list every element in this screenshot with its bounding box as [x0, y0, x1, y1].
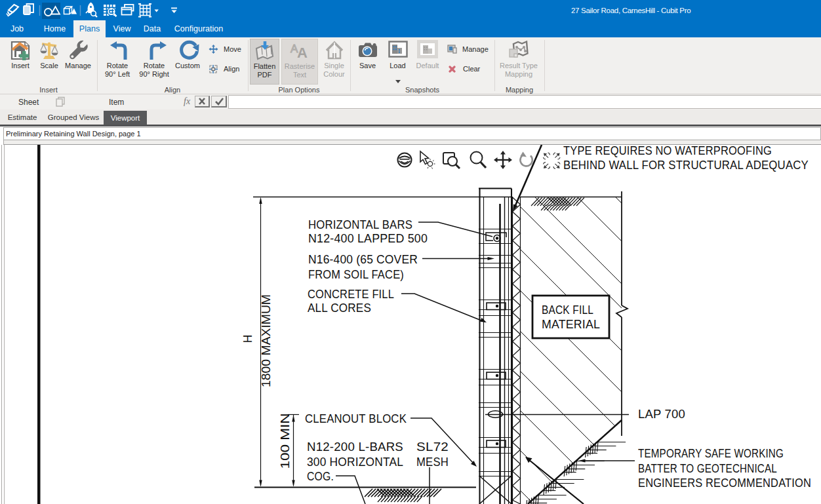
svg-text:1800 MAXIMUM: 1800 MAXIMUM [260, 294, 273, 387]
svg-text:N12-200 L-BARS: N12-200 L-BARS [307, 440, 403, 454]
svg-text:CONCRETE FILL: CONCRETE FILL [308, 288, 394, 301]
svg-text:ENGINEERS RECOMMENDATION: ENGINEERS RECOMMENDATION [638, 476, 811, 490]
svg-text:N16-400 (65 COVER: N16-400 (65 COVER [308, 253, 418, 266]
svg-text:COG.: COG. [307, 470, 334, 483]
svg-text:100 MIN: 100 MIN [279, 414, 292, 469]
svg-text:BACK FILL: BACK FILL [542, 303, 593, 317]
svg-text:H: H [241, 335, 254, 343]
svg-text:MESH: MESH [416, 456, 449, 469]
svg-text:N12-400 LAPPED 500: N12-400 LAPPED 500 [308, 232, 428, 245]
svg-text:CLEANOUT BLOCK: CLEANOUT BLOCK [305, 412, 407, 425]
svg-text:TEMPORARY SAFE WORKING: TEMPORARY SAFE WORKING [638, 447, 784, 460]
svg-text:300 HORIZONTAL: 300 HORIZONTAL [307, 456, 403, 469]
svg-text:SL72: SL72 [416, 440, 449, 454]
svg-text:BATTER TO GEOTECHNICAL: BATTER TO GEOTECHNICAL [638, 462, 777, 475]
svg-text:FROM SOIL FACE): FROM SOIL FACE) [308, 268, 404, 281]
svg-text:TYPE REQUIRES NO WATERPROOFING: TYPE REQUIRES NO WATERPROOFING [563, 145, 772, 157]
svg-text:BEHIND WALL FOR STRUCTURAL ADE: BEHIND WALL FOR STRUCTURAL ADEQUACY [563, 159, 809, 172]
svg-text:HORIZONTAL BARS: HORIZONTAL BARS [308, 218, 412, 231]
svg-text:A: A [297, 45, 308, 61]
svg-text:ALL CORES: ALL CORES [308, 301, 371, 315]
svg-text:MATERIAL: MATERIAL [542, 317, 600, 331]
svg-text:LAP 700: LAP 700 [638, 408, 685, 421]
